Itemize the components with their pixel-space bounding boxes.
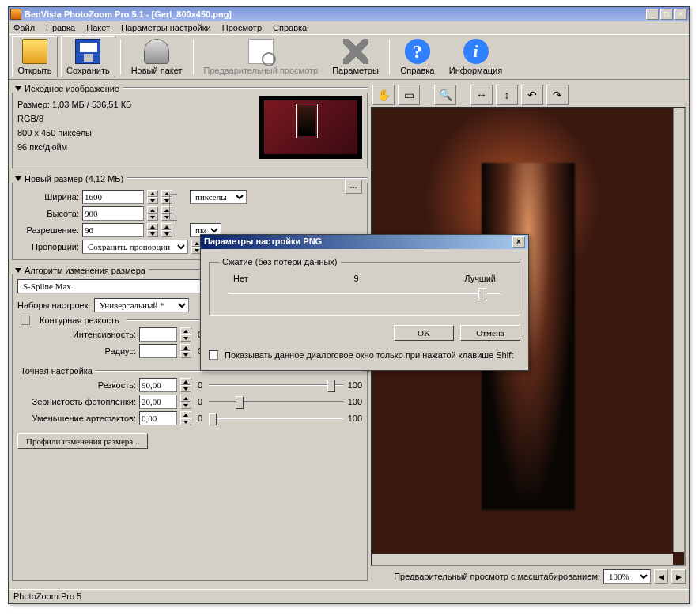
compression-none-label: Нет <box>233 274 248 283</box>
status-bar: PhotoZoom Pro 5 <box>9 589 689 603</box>
help-icon: ? <box>405 39 430 64</box>
compression-group: Сжатие (без потери данных) Нет 9 Лучший <box>209 257 520 316</box>
save-icon <box>75 39 100 64</box>
save-label: Сохранить <box>66 66 110 75</box>
collapse-icon <box>15 176 21 181</box>
radius-input[interactable] <box>139 344 177 358</box>
title-bar[interactable]: BenVista PhotoZoom Pro 5.1 - [Gerl_800x4… <box>9 7 689 21</box>
dialog-ok-button[interactable]: OK <box>394 325 454 341</box>
intensity-label: Интенсивность: <box>17 330 136 339</box>
width-label: Ширина: <box>17 192 79 202</box>
intensity-spinner[interactable] <box>180 327 191 342</box>
zoom-next-button[interactable]: ▸ <box>671 569 686 584</box>
preview-label: Предварительный просмотр <box>204 66 319 75</box>
pan-tool[interactable]: ✋ <box>372 85 395 105</box>
sharpness-input[interactable] <box>139 378 177 392</box>
resolution-spinner-big[interactable] <box>161 223 172 237</box>
resolution-input[interactable] <box>82 223 144 237</box>
presets-flyout-button[interactable]: ... <box>345 180 362 194</box>
artifact-max: 100 <box>346 414 362 423</box>
menu-help[interactable]: Справка <box>273 23 307 32</box>
sharpness-spinner[interactable] <box>180 378 191 392</box>
dialog-close-button[interactable]: × <box>512 236 525 248</box>
preview-scroll-h[interactable] <box>372 554 673 566</box>
menu-file[interactable]: Файл <box>13 23 35 32</box>
close-button[interactable]: × <box>674 9 687 20</box>
new-batch-button[interactable]: Новый пакет <box>126 36 188 77</box>
sharpness-slider[interactable] <box>209 378 343 392</box>
dialog-title-bar[interactable]: Параметры настройки PNG × <box>201 235 528 249</box>
preset-select[interactable]: Универсальный * <box>94 298 189 312</box>
menu-batch[interactable]: Пакет <box>86 23 110 32</box>
intensity-input[interactable] <box>139 327 177 342</box>
folder-open-icon <box>22 39 47 64</box>
png-settings-dialog: Параметры настройки PNG × Сжатие (без по… <box>200 234 529 371</box>
minimize-button[interactable]: _ <box>646 9 659 20</box>
compression-slider[interactable] <box>229 286 501 300</box>
dialog-cancel-button[interactable]: Отмена <box>460 325 520 341</box>
contour-checkbox[interactable] <box>21 316 30 325</box>
unit-select[interactable]: пикселы <box>190 190 247 204</box>
width-spinner[interactable] <box>147 190 158 204</box>
sharpness-max: 100 <box>346 380 362 390</box>
preview-icon <box>248 39 274 64</box>
open-label: Открыть <box>17 66 51 75</box>
compression-legend: Сжатие (без потери данных) <box>219 257 341 266</box>
source-group-header[interactable]: Исходное изображение <box>12 83 368 93</box>
preview-button[interactable]: Предварительный просмотр <box>198 36 324 77</box>
zoom-prev-button[interactable]: ◂ <box>654 569 668 584</box>
sharpness-min: 0 <box>195 380 206 390</box>
grain-slider[interactable] <box>209 395 343 409</box>
artifact-slider[interactable] <box>209 411 343 425</box>
thumbnail-selection[interactable] <box>296 104 318 138</box>
grain-label: Зернистость фотопленки: <box>17 397 136 406</box>
zoom-select[interactable]: 100% <box>603 569 651 584</box>
artifact-min: 0 <box>195 414 206 423</box>
preview-scroll-v[interactable] <box>673 108 686 552</box>
flip-v-button[interactable]: ↕ <box>496 85 518 105</box>
menu-view[interactable]: Просмотр <box>222 23 262 32</box>
artifact-spinner[interactable] <box>180 411 191 425</box>
app-icon <box>10 9 21 20</box>
newsize-group-header[interactable]: Новый размер (4,12 МБ) <box>12 173 368 183</box>
artifact-input[interactable] <box>139 411 177 425</box>
compression-value-label: 9 <box>353 274 358 283</box>
contour-label: Контурная резкость <box>36 316 123 325</box>
radius-spinner[interactable] <box>180 344 191 358</box>
proportions-select[interactable]: Сохранить пропорции <box>82 240 188 254</box>
save-button[interactable]: Сохранить <box>61 36 115 77</box>
zoom-tool[interactable]: 🔍 <box>434 85 456 105</box>
presets-label: Наборы настроек: <box>17 300 91 310</box>
menu-edit[interactable]: Правка <box>46 23 75 32</box>
rotate-cw-button[interactable]: ↷ <box>546 85 569 105</box>
grain-spinner[interactable] <box>180 395 191 409</box>
source-thumbnail[interactable] <box>259 96 362 159</box>
zoom-label: Предварительный просмотр с масштабирован… <box>371 572 600 581</box>
menu-settings[interactable]: Параметры настройки <box>121 23 211 32</box>
height-spinner[interactable] <box>147 206 158 221</box>
flip-h-button[interactable]: ↔ <box>470 85 493 105</box>
show-on-shift-checkbox[interactable] <box>209 350 218 360</box>
maximize-button[interactable]: □ <box>660 9 673 20</box>
toolbar: Открыть Сохранить Новый пакет Предварите… <box>9 34 689 80</box>
open-button[interactable]: Открыть <box>12 36 58 77</box>
resize-profiles-button[interactable]: Профили изменения размера... <box>17 433 148 449</box>
batch-icon <box>144 39 169 64</box>
rotate-ccw-button[interactable]: ↶ <box>521 85 543 105</box>
settings-button[interactable]: Параметры <box>327 36 384 77</box>
show-on-shift-label: Показывать данное диалоговое окно только… <box>225 350 513 360</box>
marquee-tool[interactable]: ▭ <box>398 85 420 105</box>
info-button[interactable]: i Информация <box>444 36 508 77</box>
fine-label: Точная настройка <box>17 366 96 376</box>
resolution-spinner[interactable] <box>147 223 158 237</box>
help-button[interactable]: ? Справка <box>395 36 440 77</box>
height-input[interactable] <box>82 206 144 221</box>
settings-label: Параметры <box>332 66 379 75</box>
height-label: Высота: <box>17 209 79 218</box>
grain-input[interactable] <box>139 395 177 409</box>
help-label: Справка <box>400 66 434 75</box>
link-icon <box>169 194 177 221</box>
batch-label: Новый пакет <box>131 66 183 75</box>
info-icon: i <box>463 39 489 64</box>
width-input[interactable] <box>82 190 144 204</box>
